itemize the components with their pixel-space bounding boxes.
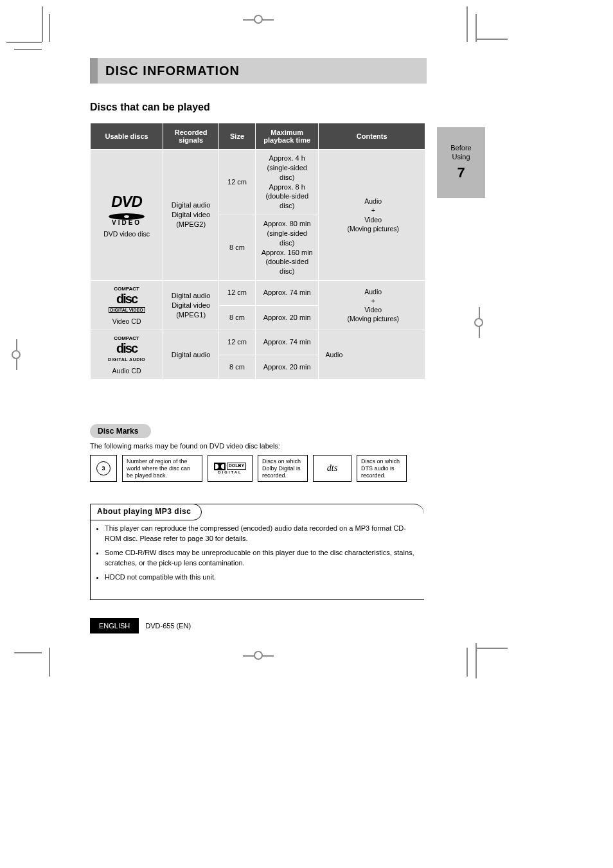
col-signals: Recorded signals [163, 123, 219, 150]
marks-heading: Disc Marks [90, 424, 151, 438]
crop-mark [14, 652, 42, 653]
content-cell: Audio + Video (Moving pictures) [319, 281, 425, 330]
registration-mark [243, 19, 274, 21]
size-cell: 12 cm [219, 281, 256, 306]
signal-cell: Digital audio [163, 330, 219, 380]
vcd-logo-icon: COMPACT disc DIGITAL VIDEO [109, 285, 145, 313]
disc-logo-cell: COMPACT disc DIGITAL VIDEO Video CD [91, 281, 163, 330]
time-text: Approx. 4 h (single-sided disc) Approx. … [265, 154, 308, 209]
time-cell: Approx. 80 min (single-sided disc) Appro… [256, 215, 319, 281]
size-cell: 8 cm [219, 215, 256, 281]
col-contents: Contents [319, 123, 425, 150]
signal-cell: Digital audio Digital video (MPEG1) [163, 281, 219, 330]
content-cell: Audio [319, 330, 425, 380]
tab-line2: Using [452, 152, 470, 161]
registration-mark [479, 307, 480, 338]
dolby-logo-icon: DOLBY DIGITAL [208, 455, 253, 482]
crop-mark [6, 42, 42, 43]
disc-spec-table: Usable discs Recorded signals Size Maxim… [90, 123, 425, 380]
crop-mark [475, 39, 508, 40]
marks-description: The following marks may be found on DVD … [90, 442, 424, 450]
globe-icon: 3 [96, 461, 111, 475]
crop-mark [14, 49, 42, 50]
note-item: HDCD not compatible with this unit. [105, 572, 420, 583]
crop-mark [42, 6, 43, 42]
dvd-logo-icon: DVD VIDEO [94, 191, 159, 227]
cd-logo-icon: COMPACT disc DIGITAL AUDIO [107, 334, 147, 362]
content-text: Audio + Video (Moving pictures) [325, 197, 421, 233]
crop-mark [475, 14, 477, 42]
language-label: ENGLISH [90, 618, 139, 633]
disc-logo-cell: DVD VIDEO DVD video disc [91, 150, 163, 281]
time-cell: Approx. 74 min [256, 281, 319, 306]
content-text: Audio + Video (Moving pictures) [325, 287, 421, 324]
col-size: Size [219, 123, 256, 150]
crop-mark [49, 648, 50, 677]
signal-text: Digital audio Digital video (MPEG2) [172, 201, 211, 228]
disc-logo-cell: COMPACT disc DIGITAL AUDIO Audio CD [91, 330, 163, 380]
registration-mark [16, 339, 17, 370]
marks-row: 3 Number of region of the world where th… [90, 455, 424, 482]
crop-mark [475, 648, 508, 649]
crop-mark [49, 14, 50, 42]
doc-reference: DVD-655 (EN) [145, 622, 191, 630]
time-cell: Approx. 20 min [256, 305, 319, 330]
size-cell: 8 cm [219, 305, 256, 330]
size-cell: 12 cm [219, 150, 256, 215]
page-tab: Before Using 7 [437, 127, 485, 198]
note-section: About playing MP3 disc This player can r… [90, 504, 424, 600]
crop-mark [466, 6, 468, 42]
col-time: Maximum playback time [256, 123, 319, 150]
registration-mark [243, 655, 274, 657]
time-cell: Approx. 74 min [256, 330, 319, 355]
page-number: 7 [457, 164, 465, 182]
page-footer: ENGLISH DVD-655 (EN) [90, 618, 191, 633]
content-cell: Audio + Video (Moving pictures) [319, 150, 425, 281]
section-subtitle: Discs that can be played [90, 102, 210, 113]
region-number: 3 [102, 465, 105, 472]
signal-text: Digital audio Digital video (MPEG1) [172, 292, 211, 319]
page-header: DISC INFORMATION [90, 58, 427, 84]
size-cell: 8 cm [219, 355, 256, 380]
signal-cell: Digital audio Digital video (MPEG2) [163, 150, 219, 281]
time-cell: Approx. 4 h (single-sided disc) Approx. … [256, 150, 319, 215]
size-cell: 12 cm [219, 330, 256, 355]
region-desc: Number of region of the world where the … [122, 455, 202, 482]
crop-mark [466, 648, 468, 677]
page-title: DISC INFORMATION [105, 64, 240, 78]
note-item: This player can reproduce the compressed… [105, 524, 420, 544]
tab-line1: Before [450, 143, 471, 152]
time-text: Approx. 80 min (single-sided disc) Appro… [262, 220, 313, 275]
disc-name: Audio CD [94, 366, 159, 375]
disc-name: DVD video disc [94, 229, 159, 238]
disc-name: Video CD [94, 317, 159, 326]
time-cell: Approx. 20 min [256, 355, 319, 380]
note-item: Some CD-R/RW discs may be unreproducable… [105, 548, 420, 569]
dts-desc: Discs on which DTS audio is recorded. [357, 455, 407, 482]
col-usable: Usable discs [91, 123, 163, 150]
dolby-desc: Discs on which Dolby Digital is recorded… [258, 455, 308, 482]
dts-logo-icon: dts [313, 455, 351, 482]
note-heading: About playing MP3 disc [90, 504, 202, 520]
disc-marks-section: Disc Marks The following marks may be fo… [90, 424, 424, 482]
region-globe-icon: 3 [90, 455, 117, 482]
